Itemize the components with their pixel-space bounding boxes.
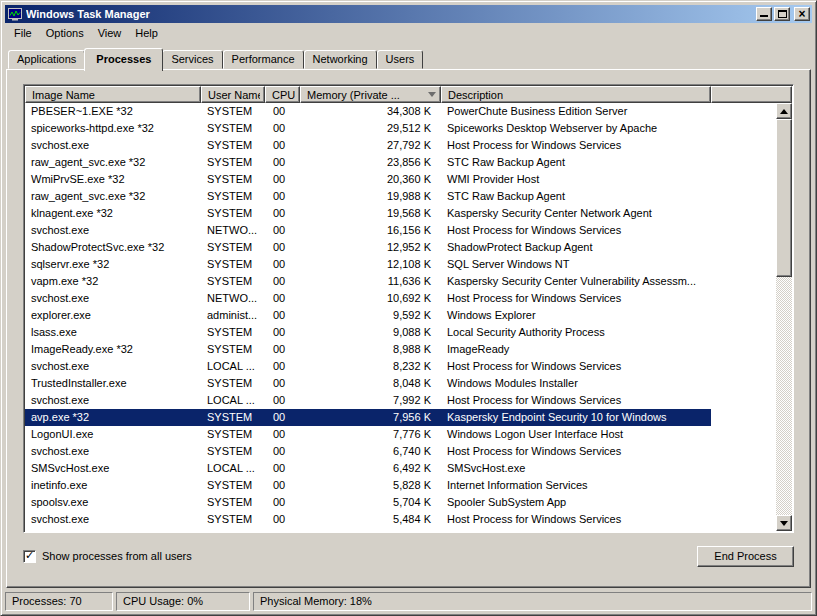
process-row[interactable]: TrustedInstaller.exeSYSTEM008,048 KWindo… [25, 375, 711, 392]
process-row[interactable]: svchost.exeLOCAL...005,164 KHost Process… [25, 528, 711, 531]
cell-description: Spooler SubSystem App [441, 494, 711, 511]
cell-description: Host Process for Windows Services [441, 443, 711, 460]
process-row[interactable]: svchost.exeLOCAL ...007,992 KHost Proces… [25, 392, 711, 409]
process-row[interactable]: SMSvcHost.exeLOCAL ...006,492 KSMSvcHost… [25, 460, 711, 477]
menu-item-help[interactable]: Help [128, 25, 165, 41]
process-row[interactable]: ShadowProtectSvc.exe *32SYSTEM0012,952 K… [25, 239, 711, 256]
process-row[interactable]: svchost.exeLOCAL ...008,232 KHost Proces… [25, 358, 711, 375]
tab-processes[interactable]: Processes [84, 48, 163, 71]
cell-user_name: SYSTEM [201, 341, 265, 358]
cell-user_name: SYSTEM [201, 375, 265, 392]
column-headers: Image NameUser NameCPUMemory (Private ..… [25, 86, 792, 103]
scroll-up-button[interactable] [776, 103, 792, 119]
cell-image_name: raw_agent_svc.exe *32 [25, 188, 201, 205]
cell-memory: 5,704 K [300, 494, 441, 511]
cell-image_name: svchost.exe [25, 528, 201, 531]
tab-services[interactable]: Services [162, 50, 222, 69]
process-row[interactable]: WmiPrvSE.exe *32SYSTEM0020,360 KWMI Prov… [25, 171, 711, 188]
minimize-icon [760, 15, 768, 17]
cell-description: Kaspersky Security Center Network Agent [441, 205, 711, 222]
column-header-user_name[interactable]: User Name [201, 86, 265, 103]
process-row[interactable]: svchost.exeNETWO...0016,156 KHost Proces… [25, 222, 711, 239]
process-row[interactable]: spoolsv.exeSYSTEM005,704 KSpooler SubSys… [25, 494, 711, 511]
cell-cpu: 00 [265, 103, 300, 120]
show-all-users-option[interactable]: Show processes from all users [23, 550, 192, 563]
title-bar[interactable]: Windows Task Manager × [5, 5, 812, 23]
cell-image_name: spoolsv.exe [25, 494, 201, 511]
menu-item-file[interactable]: File [7, 25, 39, 41]
cell-memory: 12,108 K [300, 256, 441, 273]
cell-image_name: spiceworks-httpd.exe *32 [25, 120, 201, 137]
process-row[interactable]: svchost.exeSYSTEM005,484 KHost Process f… [25, 511, 711, 528]
tab-performance[interactable]: Performance [223, 50, 304, 69]
cell-user_name: SYSTEM [201, 477, 265, 494]
column-header-description[interactable]: Description [441, 86, 711, 103]
app-icon[interactable] [7, 7, 23, 21]
cell-cpu: 00 [265, 392, 300, 409]
cell-description: STC Raw Backup Agent [441, 154, 711, 171]
process-row[interactable]: raw_agent_svc.exe *32SYSTEM0019,988 KSTC… [25, 188, 711, 205]
cell-cpu: 00 [265, 443, 300, 460]
menu-item-view[interactable]: View [91, 25, 129, 41]
end-process-button[interactable]: End Process [697, 546, 794, 567]
show-all-users-checkbox[interactable] [23, 550, 36, 563]
cell-description: WMI Provider Host [441, 171, 711, 188]
process-row[interactable]: ImageReady.exe *32SYSTEM008,988 KImageRe… [25, 341, 711, 358]
cell-cpu: 00 [265, 375, 300, 392]
minimize-button[interactable] [756, 7, 772, 21]
column-header-label: Image Name [32, 89, 95, 101]
process-row[interactable]: PBESER~1.EXE *32SYSTEM0034,308 KPowerChu… [25, 103, 711, 120]
cell-description: Kaspersky Security Center Vulnerability … [441, 273, 711, 290]
cell-user_name: SYSTEM [201, 443, 265, 460]
cell-image_name: lsass.exe [25, 324, 201, 341]
maximize-button[interactable] [774, 7, 790, 21]
cell-image_name: raw_agent_svc.exe *32 [25, 154, 201, 171]
tab-applications[interactable]: Applications [8, 50, 85, 69]
cell-description: Windows Logon User Interface Host [441, 426, 711, 443]
cell-description: PowerChute Business Edition Server [441, 103, 711, 120]
process-row[interactable]: LogonUI.exeSYSTEM007,776 KWindows Logon … [25, 426, 711, 443]
cell-memory: 23,856 K [300, 154, 441, 171]
process-row[interactable]: sqlservr.exe *32SYSTEM0012,108 KSQL Serv… [25, 256, 711, 273]
status-physical-memory: Physical Memory: 18% [253, 592, 812, 611]
cell-image_name: ShadowProtectSvc.exe *32 [25, 239, 201, 256]
close-button[interactable]: × [794, 7, 810, 21]
process-row[interactable]: vapm.exe *32SYSTEM0011,636 KKaspersky Se… [25, 273, 711, 290]
process-row[interactable]: klnagent.exe *32SYSTEM0019,568 KKaspersk… [25, 205, 711, 222]
process-row[interactable]: svchost.exeNETWO...0010,692 KHost Proces… [25, 290, 711, 307]
column-header-image_name[interactable]: Image Name [25, 86, 201, 103]
tab-users[interactable]: Users [377, 50, 424, 69]
scrollbar-track[interactable] [776, 119, 792, 515]
column-header-cpu[interactable]: CPU [265, 86, 300, 103]
process-row[interactable]: spiceworks-httpd.exe *32SYSTEM0029,512 K… [25, 120, 711, 137]
cell-memory: 8,232 K [300, 358, 441, 375]
tab-networking[interactable]: Networking [304, 50, 377, 69]
scroll-down-button[interactable] [776, 515, 792, 531]
process-row[interactable]: raw_agent_svc.exe *32SYSTEM0023,856 KSTC… [25, 154, 711, 171]
process-row[interactable]: avp.exe *32SYSTEM007,956 KKaspersky Endp… [25, 409, 711, 426]
process-row[interactable]: explorer.exeadminist...009,592 KWindows … [25, 307, 711, 324]
column-header-memory[interactable]: Memory (Private ... [300, 86, 441, 103]
process-row[interactable]: svchost.exeSYSTEM0027,792 KHost Process … [25, 137, 711, 154]
cell-description: Host Process for Windows Services [441, 358, 711, 375]
cell-image_name: avp.exe *32 [25, 409, 201, 426]
vertical-scrollbar[interactable] [776, 103, 792, 531]
cell-memory: 10,692 K [300, 290, 441, 307]
cell-cpu: 00 [265, 426, 300, 443]
menu-item-options[interactable]: Options [39, 25, 91, 41]
cell-cpu: 00 [265, 460, 300, 477]
cell-description: Internet Information Services [441, 477, 711, 494]
process-row[interactable]: lsass.exeSYSTEM009,088 KLocal Security A… [25, 324, 711, 341]
show-all-users-label: Show processes from all users [42, 550, 192, 562]
scrollbar-thumb[interactable] [776, 119, 792, 277]
process-row[interactable]: inetinfo.exeSYSTEM005,828 KInternet Info… [25, 477, 711, 494]
process-row[interactable]: svchost.exeSYSTEM006,740 KHost Process f… [25, 443, 711, 460]
cell-description: Local Security Authority Process [441, 324, 711, 341]
sort-desc-icon [428, 92, 436, 97]
cell-cpu: 00 [265, 154, 300, 171]
cell-user_name: SYSTEM [201, 256, 265, 273]
cell-image_name: ImageReady.exe *32 [25, 341, 201, 358]
cell-image_name: svchost.exe [25, 358, 201, 375]
cell-image_name: vapm.exe *32 [25, 273, 201, 290]
cell-user_name: administ... [201, 307, 265, 324]
